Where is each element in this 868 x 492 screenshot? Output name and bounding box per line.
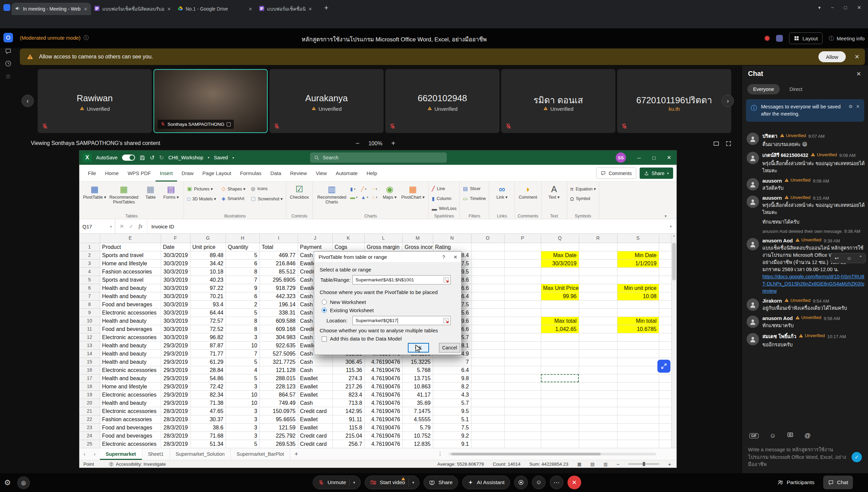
save-icon[interactable]: [139, 155, 145, 161]
cell-K19[interactable]: 823.4: [332, 390, 364, 399]
cell-H20[interactable]: 10: [226, 399, 259, 407]
cell-F25[interactable]: 28/3/2019: [161, 440, 190, 448]
cell-I17[interactable]: 288.015: [259, 374, 298, 382]
row-header-14[interactable]: 14: [79, 349, 100, 358]
cell-G19[interactable]: 82.34: [190, 390, 226, 399]
cell-N1[interactable]: Rating: [433, 243, 471, 251]
cell-G5[interactable]: 40.23: [190, 276, 226, 284]
cell-R18[interactable]: [579, 382, 617, 390]
participant-tile-video[interactable]: Sonthaya SAMPAOTHONG: [153, 69, 268, 133]
cell-I5[interactable]: 295.6905: [259, 276, 298, 284]
cell-O10[interactable]: [471, 317, 504, 325]
cell-F3[interactable]: 30/3/2019: [161, 259, 190, 267]
ribbon-3d-models-button[interactable]: □3D Models ▾: [187, 195, 216, 202]
cell-P14[interactable]: [504, 349, 541, 358]
cell-F7[interactable]: 30/3/2019: [161, 292, 190, 300]
cell-Q1[interactable]: [541, 243, 579, 251]
cell-H6[interactable]: 9: [226, 284, 259, 292]
cell-R4[interactable]: [579, 267, 617, 276]
cell-L20[interactable]: 4.76190476: [364, 399, 402, 407]
cell-P8[interactable]: [504, 300, 541, 308]
cell-E25[interactable]: Electronic accessories: [100, 440, 161, 448]
pin-icon[interactable]: [227, 122, 231, 127]
expand-view-icon[interactable]: [725, 141, 732, 147]
cell-S2[interactable]: Min Date: [617, 251, 659, 259]
row-header-9[interactable]: 9: [79, 308, 100, 317]
browser-app-icon[interactable]: [3, 4, 10, 11]
cell-P13[interactable]: [504, 341, 541, 349]
cell-E7[interactable]: Health and beauty: [100, 292, 161, 300]
cell-R25[interactable]: [579, 440, 617, 448]
browser-tab[interactable]: แบบฟอร์มเช็คชื่อนิสิตตอบรับออนไ✕: [256, 3, 316, 15]
cell-O4[interactable]: [471, 267, 504, 276]
row-header-11[interactable]: 11: [79, 325, 100, 333]
cell-K16[interactable]: 115.36: [332, 366, 364, 374]
cell-L22[interactable]: 4.76190476: [364, 415, 402, 423]
add-sheet-button[interactable]: +: [290, 448, 303, 460]
cell-G15[interactable]: 61.29: [190, 358, 226, 366]
collapse-ribbon-icon[interactable]: ▾: [665, 214, 673, 466]
cell-P21[interactable]: [504, 407, 541, 415]
react-emoji-icon[interactable]: ☺: [847, 255, 852, 261]
zoom-level[interactable]: 100%: [369, 141, 383, 147]
workbook-name[interactable]: CH6_Workshop: [168, 155, 203, 160]
cell-S24[interactable]: [617, 431, 659, 440]
cell-E16[interactable]: Electronic accessories: [100, 366, 161, 374]
cell-S1[interactable]: [617, 243, 659, 251]
cell-S4[interactable]: [617, 267, 659, 276]
cell-M21[interactable]: 7.1475: [402, 407, 433, 415]
cell-M16[interactable]: 5.768: [402, 366, 433, 374]
banner-close-icon[interactable]: ✕: [855, 53, 859, 61]
cell-J16[interactable]: Cash: [298, 366, 332, 374]
cell-O21[interactable]: [471, 407, 504, 415]
cell-I16[interactable]: 121.128: [259, 366, 298, 374]
sheet-tab-supermarket-barplot[interactable]: Supermarket_BarPlot: [231, 448, 290, 460]
cell-N19[interactable]: 4.3: [433, 390, 471, 399]
cell-R15[interactable]: [579, 358, 617, 366]
cell-I3[interactable]: 216.846: [259, 259, 298, 267]
column-header-F[interactable]: F: [161, 234, 190, 243]
excel-minimize-icon[interactable]: ─: [631, 150, 646, 165]
ribbon-pivottable-button[interactable]: ▦PivotTable ▾: [82, 184, 107, 200]
cell-R24[interactable]: [579, 431, 617, 440]
browser-tab[interactable]: แบบฟอร์มเช็คชื่อนิสิตตอบรับออนไ✕: [91, 3, 174, 15]
cell-F4[interactable]: 30/3/2019: [161, 267, 190, 276]
chat-button[interactable]: Chat: [823, 476, 853, 489]
cell-N25[interactable]: 9.1: [433, 440, 471, 448]
cell-K24[interactable]: 215.04: [332, 431, 364, 440]
cell-G18[interactable]: 72.42: [190, 382, 226, 390]
menu-tab-automate[interactable]: Automate: [331, 165, 362, 182]
share-screen-button[interactable]: Share: [424, 476, 458, 489]
cell-R16[interactable]: [579, 366, 617, 374]
existing-worksheet-radio[interactable]: [322, 308, 327, 313]
cell-S20[interactable]: [617, 399, 659, 407]
cell-S14[interactable]: [617, 349, 659, 358]
tab-search-icon[interactable]: ▾: [818, 5, 821, 10]
cell-I8[interactable]: 196.14: [259, 300, 298, 308]
chat-message-input[interactable]: Write a message to หลักสูตรการใช้งานโปรแ…: [748, 446, 863, 468]
cell-G10[interactable]: 72.57: [190, 317, 226, 325]
cell-Q21[interactable]: [541, 407, 579, 415]
cell-E19[interactable]: Electronic accessories: [100, 390, 161, 399]
line-chart-icon[interactable]: ╱▾: [361, 186, 368, 192]
row-header-5[interactable]: 5: [79, 276, 100, 284]
cell-N16[interactable]: 6.4: [433, 366, 471, 374]
strip-next-button[interactable]: ›: [722, 95, 734, 107]
cell-Q24[interactable]: [541, 431, 579, 440]
cell-I10[interactable]: 609.588: [259, 317, 298, 325]
participant-tile[interactable]: AurakanyaUnverified: [269, 69, 384, 133]
cell-K1[interactable]: Cogs: [332, 243, 364, 251]
cell-S15[interactable]: [617, 358, 659, 366]
column-header-J[interactable]: J: [298, 234, 332, 243]
cell-Q11[interactable]: 1,042.65: [541, 325, 579, 333]
cell-O15[interactable]: [471, 358, 504, 366]
cell-O14[interactable]: [471, 349, 504, 358]
row-header-19[interactable]: 19: [79, 390, 100, 399]
bar-chart-icon[interactable]: ▬▾: [350, 195, 358, 200]
accessibility-status[interactable]: Accessibility: Investigate: [109, 462, 166, 467]
cell-I6[interactable]: 918.729: [259, 284, 298, 292]
cell-I24[interactable]: 225.792: [259, 431, 298, 440]
tab-close-icon[interactable]: ✕: [308, 6, 312, 12]
cell-P4[interactable]: [504, 267, 541, 276]
ribbon-pictures-button[interactable]: ▣Pictures ▾: [187, 185, 216, 192]
